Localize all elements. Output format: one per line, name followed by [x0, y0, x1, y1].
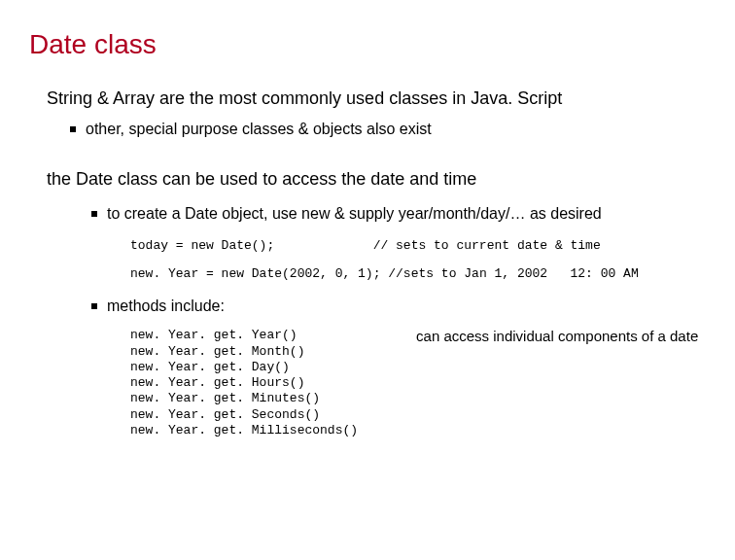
- code-2-right: //sets to Jan 1, 2002 12: 00 AM: [388, 266, 638, 281]
- method-item: new. Year. get. Month(): [130, 344, 358, 360]
- methods-bullet-row: methods include:: [47, 297, 706, 317]
- method-item: new. Year. get. Minutes(): [130, 391, 358, 406]
- methods-list: new. Year. get. Year() new. Year. get. M…: [130, 328, 358, 438]
- bullet-icon: [70, 126, 76, 132]
- methods-bullet-text: methods include:: [107, 297, 225, 317]
- bullet-icon: [91, 303, 97, 309]
- methods-wrap: new. Year. get. Year() new. Year. get. M…: [47, 328, 706, 438]
- code-line-2: new. Year = new Date(2002, 0, 1); //sets…: [130, 266, 706, 281]
- method-item: new. Year. get. Milliseconds(): [130, 423, 358, 438]
- code-line-1: today = new Date(); // sets to current d…: [130, 238, 706, 253]
- method-item: new. Year. get. Hours(): [130, 375, 358, 391]
- method-item: new. Year. get. Day(): [130, 360, 358, 375]
- code-1-left: today = new Date();: [130, 238, 274, 253]
- slide-title: Date class: [29, 29, 706, 60]
- code-1-right: // sets to current date & time: [373, 238, 601, 253]
- intro-bullet-text: other, special purpose classes & objects…: [86, 120, 432, 140]
- method-item: new. Year. get. Seconds(): [130, 407, 358, 423]
- code-example-block: today = new Date(); // sets to current d…: [47, 238, 706, 281]
- intro-paragraph: String & Array are the most commonly use…: [47, 88, 706, 110]
- slide-body: String & Array are the most commonly use…: [29, 88, 706, 438]
- section-2-paragraph: the Date class can be used to access the…: [47, 168, 706, 191]
- code-2-left: new. Year = new Date(2002, 0, 1);: [130, 266, 380, 281]
- intro-bullet-row: other, special purpose classes & objects…: [47, 120, 706, 140]
- method-item: new. Year. get. Year(): [130, 328, 358, 343]
- methods-note: can access individual components of a da…: [416, 328, 698, 344]
- create-bullet-row: to create a Date object, use new & suppl…: [47, 204, 706, 225]
- create-bullet-text: to create a Date object, use new & suppl…: [107, 204, 602, 225]
- bullet-icon: [91, 211, 97, 217]
